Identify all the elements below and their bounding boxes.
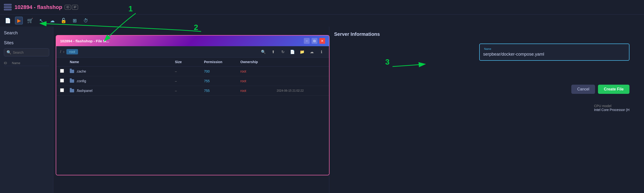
minimize-button[interactable]: −	[304, 38, 310, 44]
table-row: .flashpanel – 755 root 2024-06-15 21:02:…	[56, 86, 329, 96]
file-name[interactable]: .config	[70, 79, 175, 83]
refresh-icon[interactable]: ↻	[279, 48, 286, 55]
new-file-icon[interactable]: 📄	[289, 48, 296, 55]
col-name: Name	[12, 61, 20, 65]
cpu-label: CPU model	[594, 104, 630, 108]
file-manager-modal: 102894 - flashshop - File M... − ⧉ ✕ / ›…	[56, 35, 330, 175]
folder-icon	[70, 89, 74, 92]
row-checkbox[interactable]	[60, 69, 64, 73]
file-table-header: Name Size Permission Ownership	[56, 58, 329, 66]
server-icon	[4, 4, 12, 10]
search-input[interactable]	[13, 50, 46, 54]
ip-badge: IP	[72, 5, 78, 10]
col-check	[60, 60, 70, 64]
name-input-container: Name serpbear/docker-compose.yaml	[479, 43, 630, 61]
search-icon: 🔍	[6, 50, 12, 55]
toolbar: 📄 ▶ 🛒 ↖ ☁ 🔓 ⊞ ⏱	[0, 14, 644, 27]
file-date: 2024-06-15 21:02:22	[277, 89, 325, 92]
name-input-value[interactable]: serpbear/docker-compose.yaml	[483, 52, 626, 57]
sidebar-search-top-label: Search	[4, 30, 49, 35]
file-size: –	[175, 69, 204, 73]
upload-icon[interactable]: ⬆	[270, 48, 277, 55]
cart-icon[interactable]: 🛒	[26, 17, 34, 24]
cursor-icon[interactable]: ↖	[37, 17, 45, 24]
table-header: ID Name	[4, 60, 49, 66]
cloud-icon[interactable]: ☁	[48, 17, 56, 24]
file-toolbar: / › root 🔍 ⬆ ↻ 📄 📁 ☁ ℹ	[56, 46, 329, 58]
top-bar: 102894 - flashshop ID IP	[0, 0, 644, 14]
shield-lock-icon[interactable]: 🔓	[60, 17, 67, 24]
sites-label: Sites	[4, 40, 49, 45]
path-root[interactable]: /	[60, 50, 61, 54]
file-name[interactable]: .cache	[70, 69, 175, 73]
col-size-header: Size	[175, 60, 204, 64]
terminal-icon[interactable]: ▶	[15, 17, 23, 24]
file-icon[interactable]: 📄	[4, 17, 12, 24]
row-checkbox[interactable]	[60, 88, 64, 92]
close-button[interactable]: ✕	[319, 38, 325, 44]
path-current[interactable]: root	[66, 49, 78, 54]
file-ownership: root	[240, 89, 277, 93]
modal-title: 102894 - flashshop - File M...	[60, 39, 109, 43]
window-controls: − ⧉ ✕	[304, 38, 325, 44]
action-buttons: Cancel Create File	[571, 85, 630, 94]
file-ownership: root	[240, 79, 277, 83]
folder-icon	[70, 79, 74, 83]
file-permission: 700	[204, 69, 240, 73]
modal-header: 102894 - flashshop - File M... − ⧉ ✕	[56, 35, 329, 46]
sidebar-search-box[interactable]: 🔍	[4, 48, 49, 56]
left-sidebar: Search Sites 🔍 ID Name	[0, 27, 53, 193]
create-file-button[interactable]: Create File	[598, 85, 630, 94]
timer-icon[interactable]: ⏱	[82, 17, 90, 24]
file-ownership: root	[240, 69, 277, 73]
app-title: 102894 - flashshop	[14, 4, 62, 10]
cloud-upload-icon[interactable]: ☁	[308, 48, 316, 55]
file-toolbar-right: 🔍 ⬆ ↻ 📄 📁 ☁ ℹ	[260, 48, 325, 55]
search-files-icon[interactable]: 🔍	[260, 48, 267, 55]
folder-icon	[70, 70, 74, 73]
maximize-button[interactable]: ⧉	[312, 38, 318, 44]
new-folder-icon[interactable]: 📁	[298, 48, 306, 55]
row-checkbox[interactable]	[60, 79, 64, 82]
id-badge: ID	[65, 5, 71, 10]
cpu-info: CPU model Intel Core Processor (H	[594, 104, 630, 112]
col-date-header	[277, 60, 325, 64]
file-permission: 755	[204, 79, 240, 83]
grid-icon[interactable]: ⊞	[71, 17, 78, 24]
info-icon[interactable]: ℹ	[318, 48, 325, 55]
cancel-button[interactable]: Cancel	[571, 85, 595, 94]
col-name-header: Name	[70, 60, 175, 64]
name-input-label: Name	[483, 47, 626, 50]
col-ownership-header: Ownership	[240, 60, 277, 64]
file-table: Name Size Permission Ownership .cache – …	[56, 58, 329, 175]
file-name[interactable]: .flashpanel	[70, 89, 175, 93]
col-id: ID	[4, 61, 7, 65]
col-permission-header: Permission	[204, 60, 240, 64]
server-info-title: Server Informations	[334, 31, 639, 37]
table-row: .config – 755 root	[56, 76, 329, 86]
file-size: –	[175, 79, 204, 83]
file-permission: 755	[204, 89, 240, 93]
cpu-value: Intel Core Processor (H	[594, 108, 630, 112]
file-size: –	[175, 89, 204, 93]
path-chevron: ›	[63, 50, 64, 54]
table-row: .cache – 700 root	[56, 66, 329, 76]
